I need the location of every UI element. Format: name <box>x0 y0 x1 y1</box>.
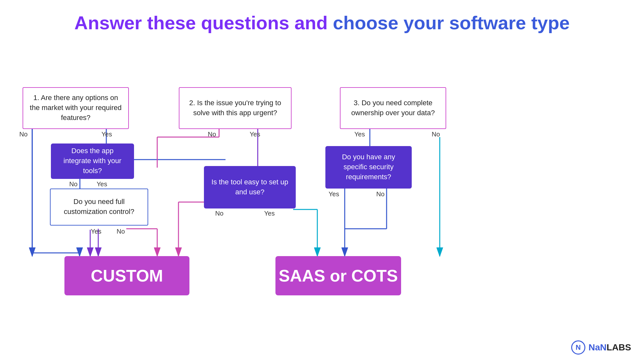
page-title: Answer these questions and choose your s… <box>0 0 644 44</box>
labs-text: LABS <box>607 342 631 352</box>
question-4-box: Does the app integrate with your tools? <box>51 143 134 179</box>
q4-no-label: No <box>69 181 78 188</box>
q1-no-label: No <box>19 131 28 138</box>
q2-yes-label: Yes <box>250 131 260 138</box>
q5-yes-label: Yes <box>91 228 101 235</box>
nanlabs-text: NaNLABS <box>589 342 631 353</box>
question-3-box: 3. Do you need complete ownership over y… <box>340 87 446 129</box>
q6-yes-label: Yes <box>264 210 275 217</box>
q7-yes-label: Yes <box>329 190 339 198</box>
nan-text: NaN <box>589 342 607 352</box>
q5-no-label: No <box>117 228 125 235</box>
result-custom-box: CUSTOM <box>64 256 189 295</box>
question-1-box: 1. Are there any options on the market w… <box>23 87 129 129</box>
question-5-box: Do you need full customization control? <box>50 189 148 226</box>
q2-no-label: No <box>208 131 216 138</box>
question-2-box: 2. Is the issue you're trying to solve w… <box>179 87 292 129</box>
q1-yes-label: Yes <box>101 131 112 138</box>
nanlabs-logo: N NaNLABS <box>571 340 631 355</box>
q3-no-label: No <box>432 131 440 138</box>
q7-no-label: No <box>376 190 385 198</box>
q6-no-label: No <box>215 210 224 217</box>
q4-yes-label: Yes <box>97 181 107 188</box>
result-saas-box: SAAS or COTS <box>275 256 401 295</box>
title-part2: choose your software type <box>333 12 570 33</box>
nanlabs-icon: N <box>571 340 585 355</box>
q3-yes-label: Yes <box>354 131 365 138</box>
question-7-box: Do you have any specific security requir… <box>325 146 412 189</box>
flowchart-area: 1. Are there any options on the market w… <box>0 44 644 349</box>
question-6-box: Is the tool easy to set up and use? <box>204 166 296 208</box>
title-part1: Answer these questions and <box>74 12 333 33</box>
